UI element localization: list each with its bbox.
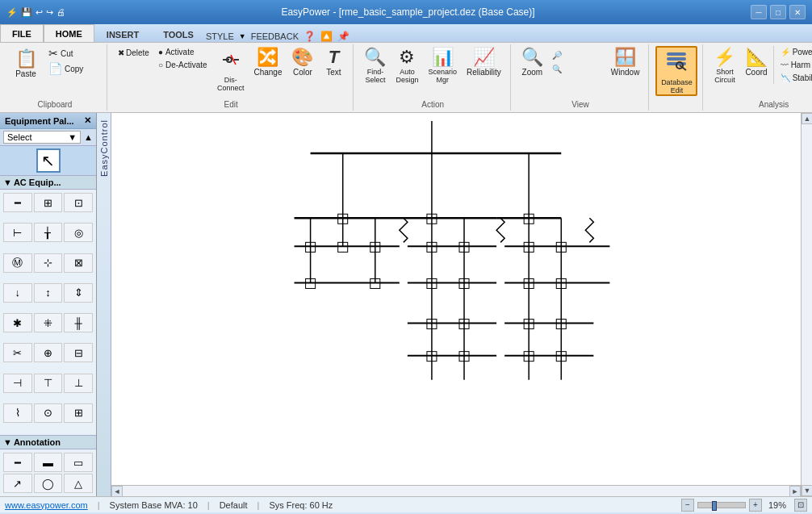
pin-icon[interactable]: 📌 [337, 31, 349, 42]
annotation-item[interactable]: ◯ [34, 474, 63, 493]
annotation-item[interactable]: ↗ [3, 474, 32, 493]
vertical-scrollbar[interactable]: ▲ ▼ [801, 113, 812, 496]
annotation-header[interactable]: ▼ Annotation [0, 435, 96, 449]
palette-item[interactable]: ⊤ [34, 374, 63, 393]
canvas-area[interactable]: ▲ ▼ ◄ ► [111, 113, 812, 496]
palette-items: ━ ⊞ ⊡ ⊢ ╁ ◎ Ⓜ ⊹ ⊠ ↓ ↕ ⇕ ✱ ⁜ ╫ ✂ ⊕ ⊟ ⊣ ⊤ [0, 190, 96, 435]
text-button[interactable]: T Text [319, 46, 348, 79]
zoom-slider-thumb[interactable] [712, 501, 717, 511]
palette-item[interactable]: ⊹ [34, 253, 63, 273]
coord-button[interactable]: 📐 Coord [741, 46, 771, 79]
deactivate-button[interactable]: ○ De-Activate [155, 59, 211, 71]
scroll-left-arrow[interactable]: ◄ [111, 486, 123, 497]
palette-item[interactable]: ╁ [34, 223, 63, 242]
database-edit-button[interactable]: DatabaseEdit [655, 46, 697, 96]
zoom-out-status[interactable]: − [681, 499, 694, 512]
text-icon: T [329, 48, 339, 66]
annotation-item[interactable]: ━ [3, 453, 32, 472]
palette-item[interactable]: ⁜ [34, 313, 63, 332]
tab-insert[interactable]: INSERT [94, 26, 151, 42]
copy-button[interactable]: 📄 Copy [45, 61, 102, 76]
palette-item[interactable]: ⊡ [64, 193, 93, 212]
scroll-right-arrow[interactable]: ► [789, 486, 801, 497]
status-website[interactable]: www.easypower.com [5, 500, 88, 510]
minimize-ribbon-icon[interactable]: 🔼 [320, 31, 333, 42]
palette-item[interactable]: ✂ [3, 343, 32, 362]
minimize-button[interactable]: ─ [751, 5, 767, 19]
disconnect-button[interactable]: Dis-Connect [213, 46, 249, 94]
tab-file[interactable]: FILE [0, 24, 44, 42]
tab-home[interactable]: HOME [44, 24, 94, 42]
find-select-button[interactable]: 🔍 Find-Select [360, 46, 390, 86]
quick-access-redo[interactable]: ↪ [46, 7, 53, 18]
scenario-mgr-button[interactable]: 📊 ScenarioMgr [424, 46, 461, 86]
paste-button[interactable]: 📋 Paste [8, 46, 44, 82]
scroll-down-arrow[interactable]: ▼ [802, 485, 812, 496]
short-circuit-button[interactable]: ⚡ ShortCircuit [709, 46, 739, 86]
palette-item[interactable]: ⊣ [3, 374, 32, 393]
power-flow-button[interactable]: ⚡ Power Flow [777, 46, 812, 58]
zoom-in-status[interactable]: + [749, 499, 762, 512]
stability-button[interactable]: 📉 Stability [777, 72, 812, 84]
quick-access-save[interactable]: 💾 [21, 7, 32, 18]
scroll-h-track[interactable] [123, 486, 789, 496]
ac-equip-header[interactable]: ▼ AC Equip... [0, 176, 96, 190]
select-arrow-tool[interactable]: ↖ [36, 148, 61, 173]
window-button[interactable]: 🪟 Window [607, 46, 644, 79]
palette-item[interactable]: ⊕ [34, 343, 63, 362]
easy-control-tab[interactable]: EasyControl [97, 113, 111, 496]
annotation-item[interactable]: ▭ [64, 453, 93, 472]
reliability-button[interactable]: 📈 Reliability [463, 46, 505, 79]
copy-icon: 📄 [48, 63, 62, 74]
palette-item[interactable]: ⊢ [3, 223, 32, 242]
palette-item[interactable]: ↓ [3, 283, 32, 303]
palette-item[interactable]: ⊙ [34, 403, 63, 423]
palette-item[interactable]: ⊠ [64, 253, 93, 273]
tab-tools[interactable]: TOOLS [151, 26, 206, 42]
short-circuit-label: ShortCircuit [714, 68, 735, 84]
palette-item[interactable]: ⊟ [64, 343, 93, 362]
palette-item[interactable]: ✱ [3, 313, 32, 332]
palette-scroll-up[interactable]: ▲ [84, 132, 93, 142]
palette-item[interactable]: ↕ [34, 283, 63, 303]
scroll-v-track[interactable] [802, 124, 812, 485]
palette-item[interactable]: ◎ [64, 223, 93, 242]
palette-item[interactable]: ╫ [64, 313, 93, 332]
color-button[interactable]: 🎨 Color [287, 46, 317, 79]
fit-page-button[interactable]: ⊡ [794, 499, 807, 512]
delete-button[interactable]: ✖ Delete [114, 46, 153, 60]
palette-close-button[interactable]: ✕ [84, 115, 91, 126]
palette-item[interactable]: ━ [3, 193, 32, 212]
zoom-slider[interactable] [697, 502, 746, 508]
palette-item[interactable]: Ⓜ [3, 253, 32, 273]
restore-button[interactable]: □ [770, 5, 786, 19]
palette-item[interactable]: ⊥ [64, 374, 93, 393]
auto-design-button[interactable]: ⚙ AutoDesign [391, 46, 422, 86]
horizontal-scrollbar[interactable]: ◄ ► [111, 485, 801, 496]
palette-title: Equipment Pal... [5, 116, 74, 126]
palette-item[interactable]: ⌇ [3, 403, 32, 423]
zoom-in-button[interactable]: 🔎 [549, 49, 605, 61]
palette-item[interactable]: ⇕ [64, 283, 93, 303]
zoom-button[interactable]: 🔍 Zoom [517, 46, 547, 79]
quick-access-print[interactable]: 🖨 [57, 7, 65, 17]
help-icon[interactable]: ❓ [303, 31, 316, 42]
harm-button[interactable]: 〰 Harm [777, 59, 812, 71]
style-dropdown-icon[interactable]: ▼ [239, 32, 246, 40]
change-button[interactable]: 🔀 Change [249, 46, 286, 79]
zoom-out-button[interactable]: 🔍 [549, 63, 605, 75]
palette-item[interactable]: ⊞ [34, 193, 63, 212]
annotation-item[interactable]: ▬ [34, 453, 63, 472]
quick-access-undo[interactable]: ↩ [36, 7, 43, 18]
color-label: Color [293, 68, 312, 77]
scroll-up-arrow[interactable]: ▲ [802, 113, 812, 124]
annotation-item[interactable]: △ [64, 474, 93, 493]
palette-select-dropdown[interactable]: Select ▼ [3, 131, 81, 144]
status-freq: Sys Freq: 60 Hz [269, 500, 333, 510]
style-label[interactable]: STYLE [206, 31, 234, 41]
palette-item[interactable]: ⊞ [64, 403, 93, 423]
close-button[interactable]: ✕ [789, 5, 806, 19]
cut-button[interactable]: ✂ Cut [45, 46, 102, 61]
feedback-label[interactable]: FEEDBACK [251, 31, 299, 41]
activate-button[interactable]: ● Activate [155, 46, 211, 58]
